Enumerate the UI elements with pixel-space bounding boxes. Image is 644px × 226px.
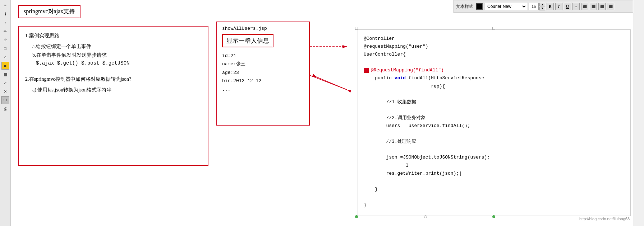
code-line-blank6 (364, 178, 625, 185)
code-line-users: users = userService.findAll(); (364, 122, 625, 130)
toolbar-layout-btn[interactable]: ▦ (1, 70, 9, 78)
toolbar-circle-btn[interactable]: ○ (1, 53, 9, 61)
jsp-data-ellipsis: ... (222, 85, 304, 94)
left-toolbar: ≡ ℹ ↑ ✏ ☆ □ ○ ■ ▦ ↙ ✕ 1:1 🖨 (0, 0, 11, 226)
handle-tl[interactable] (355, 27, 358, 30)
code-line-comment1: //1.收集数据 (364, 98, 625, 106)
code-line-2: @requestMapping("user") (364, 43, 625, 51)
code-line-3: UserController{ (364, 51, 625, 58)
code-line-json: json =JSONObject.toJSONString(users); (364, 154, 625, 161)
jsp-highlight: 显示一群人信息 (222, 34, 273, 47)
toolbar-pencil-btn[interactable]: ✏ (1, 27, 9, 35)
toolbar-info-btn[interactable]: ℹ (1, 10, 9, 18)
code-line-blank3 (364, 106, 625, 114)
handle-tr[interactable] (492, 27, 495, 30)
title-text: springmvc对ajax支持 (24, 8, 75, 14)
code-line-blank7 (364, 193, 625, 201)
underline-btn[interactable]: U (564, 3, 571, 10)
toolbar-cross-btn[interactable]: ✕ (1, 88, 9, 95)
jsp-filename: showAllUsers.jsp (222, 26, 304, 31)
bold-btn[interactable]: B (547, 3, 554, 10)
code-line-comment2: //2.调用业务对象 (364, 114, 625, 122)
toolbar-arrow-btn[interactable]: ↙ (1, 79, 9, 87)
align-center-btn[interactable]: ⬛ (581, 3, 588, 10)
code-line-blank1 (364, 58, 625, 66)
toolbar-filled-btn[interactable]: ■ (1, 62, 9, 70)
code-panel: @Controller @requestMapping("user") User… (358, 29, 631, 216)
font-size-control: 15 ▲ ▼ (529, 3, 545, 10)
code-line-method: public void findAll(HttpServletResponse (364, 74, 625, 82)
code-line-blank5 (364, 146, 625, 154)
handle-bm[interactable] (424, 215, 427, 218)
code-line-annotation: @RequestMapping("findAll") (364, 66, 625, 74)
jsp-box: showAllUsers.jsp 显示一群人信息 id:21 name:张三 a… (216, 22, 310, 126)
section2-title-text: 2.在springmvc控制器中如何将对应数据转为json? (25, 75, 201, 84)
toolbar-up-btn[interactable]: ↑ (1, 19, 9, 27)
jsp-data: id:21 name:张三 age:23 bir:2012-12-12 ... (222, 52, 304, 94)
toolbar-print-btn[interactable]: 🖨 (1, 105, 9, 113)
handle-bl[interactable] (355, 215, 358, 218)
item-a: a.给按钮绑定一个单击事件 (32, 42, 201, 51)
toolbar-scale-btn[interactable]: 1:1 (1, 96, 9, 104)
section1-title: 1.案例实现思路 (25, 32, 201, 40)
item-a2: a).使用fastjson转换为json格式字符串 (32, 86, 201, 94)
code-line-comment3: //3.处理响应 (364, 138, 625, 146)
slide-canvas: 文本样式 Courier New 15 ▲ ▼ B I U ≡ ⬛ ⬛ ⬛ ⬛ … (11, 0, 633, 226)
code-line-res: res.getWriter.print(json);| (364, 170, 625, 178)
code-line-close-outer: } (364, 201, 625, 209)
item-b: b.在单击事件触发时发送异步请求 (32, 51, 201, 60)
font-size-input[interactable]: 15 (529, 3, 539, 10)
code-line-1: @Controller (364, 35, 625, 43)
italic-btn[interactable]: I (555, 3, 562, 10)
content-panel: 1.案例实现思路 a.给按钮绑定一个单击事件 b.在单击事件触发时发送异步请求 … (18, 26, 208, 166)
jsp-data-line-1: id:21 (222, 52, 304, 60)
font-size-up-btn[interactable]: ▲ (539, 3, 545, 6)
align-left-btn[interactable]: ≡ (572, 3, 580, 10)
code-line-close-inner: } (364, 185, 625, 193)
jsp-data-line-2: name:张三 (222, 60, 304, 68)
code-line-cursor: I (364, 162, 625, 170)
text-style-label: 文本样式 (456, 4, 473, 10)
handle-br[interactable] (492, 215, 495, 218)
code-line-blank2 (364, 90, 625, 98)
toolbar-menu-btn[interactable]: ≡ (1, 1, 9, 9)
format-extra-btn[interactable]: ⬛ (598, 3, 606, 10)
jsp-data-line-3: age:23 (222, 69, 304, 77)
toolbar-rect-btn[interactable]: □ (1, 44, 9, 52)
svg-line-1 (310, 75, 347, 90)
toolbar-star-btn[interactable]: ☆ (1, 36, 9, 44)
code-line-blank4 (364, 130, 625, 138)
slide-title: springmvc对ajax支持 (18, 5, 80, 18)
jsp-data-line-4: bir:2012-12-12 (222, 77, 304, 85)
svg-line-4 (313, 75, 347, 90)
text-style-toolbar: 文本样式 Courier New 15 ▲ ▼ B I U ≡ ⬛ ⬛ ⬛ ⬛ (454, 0, 633, 13)
url-bar: http://blog.csdn.net/liulang68 (579, 217, 630, 221)
font-size-down-btn[interactable]: ▼ (539, 7, 545, 10)
section2-title: 2.在springmvc控制器中如何将对应数据转为json? a).使用fast… (25, 75, 201, 94)
font-color-picker[interactable] (476, 3, 483, 10)
code-line-param: rep){ (364, 83, 625, 90)
align-right-btn[interactable]: ⬛ (590, 3, 597, 10)
font-family-select[interactable]: Courier New (484, 3, 527, 10)
format-extra2-btn[interactable]: ⬛ (607, 3, 614, 10)
item-b-code: $.ajax $.get() $.post $.getJSON (36, 59, 201, 68)
